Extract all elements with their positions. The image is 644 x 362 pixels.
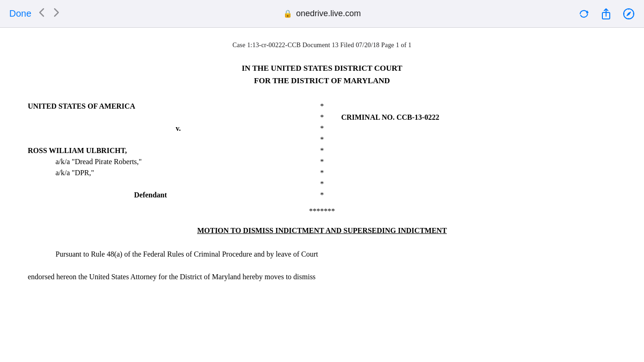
empty-left-3 bbox=[28, 178, 310, 190]
svg-point-2 bbox=[628, 13, 630, 14]
star-cell-6: * bbox=[310, 156, 334, 167]
court-heading: IN THE UNITED STATES DISTRICT COURT FOR … bbox=[28, 62, 616, 87]
star-row-2: * bbox=[28, 134, 616, 145]
parties-table: UNITED STATES OF AMERICA * * CRIMINAL NO… bbox=[28, 101, 616, 201]
right-cell-7 bbox=[334, 167, 616, 178]
defendant-aka2: a/k/a "DPR," bbox=[56, 169, 94, 177]
motion-title: MOTION TO DISMISS INDICTMENT AND SUPERSE… bbox=[28, 227, 616, 235]
criminal-no: CRIMINAL NO. CCB-13-0222 bbox=[341, 113, 439, 121]
body-paragraph2: endorsed hereon the United States Attorn… bbox=[28, 270, 616, 284]
separator-row: ******* bbox=[28, 207, 616, 215]
back-icon bbox=[39, 8, 44, 17]
url-text: onedrive.live.com bbox=[296, 9, 361, 18]
empty-left-1 bbox=[28, 112, 310, 123]
forward-icon bbox=[54, 8, 59, 17]
reload-button[interactable] bbox=[578, 8, 589, 19]
compass-button[interactable] bbox=[623, 8, 635, 20]
star-cell-2: * bbox=[310, 112, 334, 123]
back-button[interactable] bbox=[37, 8, 46, 20]
right-cell-5 bbox=[334, 145, 616, 156]
defendant-label-cell: Defendant bbox=[28, 190, 310, 201]
defendant-aka2-row: a/k/a "DPR," * bbox=[28, 167, 616, 178]
right-cell-8 bbox=[334, 178, 616, 190]
court-line2: FOR THE DISTRICT OF MARYLAND bbox=[254, 76, 390, 85]
share-icon bbox=[601, 8, 612, 20]
reload-icon bbox=[578, 8, 589, 19]
defendant-aka1-row: a/k/a "Dread Pirate Roberts," * bbox=[28, 156, 616, 167]
compass-icon bbox=[623, 8, 635, 20]
plaintiff-cell: UNITED STATES OF AMERICA bbox=[28, 101, 310, 112]
defendant-label: Defendant bbox=[134, 191, 167, 199]
toolbar-right bbox=[578, 8, 635, 20]
star-cell-3: * bbox=[310, 123, 334, 134]
court-line1: IN THE UNITED STATES DISTRICT COURT bbox=[242, 64, 402, 73]
defendant-name-row: ROSS WILLIAM ULBRICHT, * bbox=[28, 145, 616, 156]
star-cell-7: * bbox=[310, 167, 334, 178]
lock-icon: 🔒 bbox=[283, 9, 292, 18]
share-button[interactable] bbox=[601, 8, 612, 20]
star-row-3: * bbox=[28, 178, 616, 190]
defendant-name: ROSS WILLIAM ULBRICHT, bbox=[28, 147, 127, 154]
defendant-label-row: Defendant * bbox=[28, 190, 616, 201]
star-cell-5: * bbox=[310, 145, 334, 156]
case-header: Case 1:13-cr-00222-CCB Document 13 Filed… bbox=[28, 42, 616, 49]
defendant-aka1-cell: a/k/a "Dread Pirate Roberts," bbox=[28, 156, 310, 167]
star-cell-4: * bbox=[310, 134, 334, 145]
separator-stars: ******* bbox=[309, 207, 335, 215]
star-cell-1: * bbox=[310, 101, 334, 112]
browser-toolbar: Done 🔒 onedrive.live.com bbox=[0, 0, 644, 28]
plaintiff-name: UNITED STATES OF AMERICA bbox=[28, 102, 135, 110]
star-cell-8: * bbox=[310, 178, 334, 190]
document-area: Case 1:13-cr-00222-CCB Document 13 Filed… bbox=[0, 28, 644, 362]
right-cell-3 bbox=[334, 123, 616, 134]
versus-cell: v. bbox=[28, 123, 310, 134]
versus-row: v. * bbox=[28, 123, 616, 134]
versus-text: v. bbox=[176, 124, 181, 132]
done-button[interactable]: Done bbox=[9, 8, 31, 19]
right-cell-1 bbox=[334, 101, 616, 112]
star-row-1: * CRIMINAL NO. CCB-13-0222 bbox=[28, 112, 616, 123]
body-paragraph1: Pursuant to Rule 48(a) of the Federal Ru… bbox=[28, 248, 616, 261]
url-bar: 🔒 onedrive.live.com bbox=[283, 9, 361, 18]
defendant-aka1: a/k/a "Dread Pirate Roberts," bbox=[56, 158, 142, 166]
criminal-no-cell: CRIMINAL NO. CCB-13-0222 bbox=[334, 112, 616, 123]
forward-button[interactable] bbox=[52, 8, 61, 20]
right-cell-9 bbox=[334, 190, 616, 201]
right-cell-4 bbox=[334, 134, 616, 145]
plaintiff-row: UNITED STATES OF AMERICA * bbox=[28, 101, 616, 112]
empty-left-2 bbox=[28, 134, 310, 145]
star-cell-9: * bbox=[310, 190, 334, 201]
toolbar-left: Done bbox=[9, 8, 102, 20]
defendant-aka2-cell: a/k/a "DPR," bbox=[28, 167, 310, 178]
defendant-name-cell: ROSS WILLIAM ULBRICHT, bbox=[28, 145, 310, 156]
right-cell-6 bbox=[334, 156, 616, 167]
